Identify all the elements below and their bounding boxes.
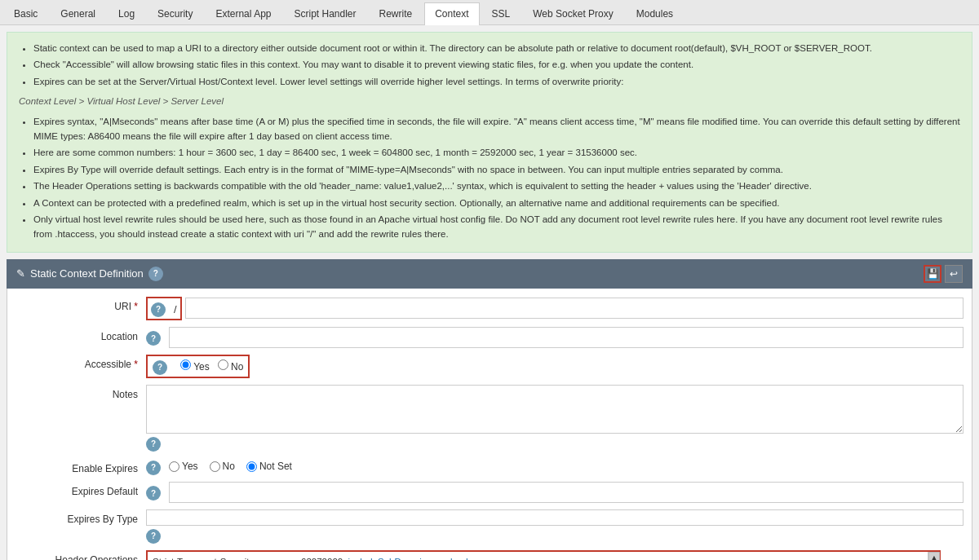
info-more-4: The Header Operations setting is backwar… [33,179,960,193]
notes-label: Notes [16,385,146,400]
notes-help-icon[interactable]: ? [146,437,161,452]
accessible-row: Accessible * ? Yes No [7,355,972,378]
notes-area: ? [146,385,963,452]
save-icon: 💾 [927,268,939,280]
uri-slash: / [174,302,177,315]
section-title: Static Context Definition [30,267,144,280]
expires-default-help-icon[interactable]: ? [146,486,161,500]
form-panel: URI * ? / Location ? Accessible * ? [7,289,972,560]
priority-line: Context Level > Virtual Host Level > Ser… [19,94,960,108]
header-ops-label: Header Operations [16,550,146,560]
expires-default-label: Expires Default [16,482,146,497]
enable-expires-row: Enable Expires ? Yes No Not Set [7,458,972,475]
section-header-actions: 💾 ↩ [924,265,963,283]
tab-websocket-proxy[interactable]: Web Socket Proxy [522,2,623,24]
expires-by-type-input[interactable] [146,509,963,526]
info-more-1: Expires syntax, "A|Mseconds" means after… [33,114,960,144]
section-header-title: ✎ Static Context Definition ? [16,267,168,281]
tab-rewrite[interactable]: Rewrite [369,2,423,24]
tabs-bar: Basic General Log Security External App … [0,0,979,25]
expires-notset-label[interactable]: Not Set [246,461,292,472]
uri-row: URI * ? / [7,297,972,320]
section-help-icon[interactable]: ? [148,267,163,281]
tab-script-handler[interactable]: Script Handler [283,2,366,24]
save-button[interactable]: 💾 [924,265,941,283]
accessible-no-radio[interactable] [218,359,228,370]
info-bullet-1: Static context can be used to map a URI … [33,41,960,55]
tab-log[interactable]: Log [108,2,145,24]
expires-yes-radio[interactable] [169,461,179,472]
uri-label: URI * [16,297,146,312]
enable-expires-options: Yes No Not Set [169,461,292,472]
accessible-yes-label[interactable]: Yes [180,359,210,373]
header-ops-line1: Strict-Transport-Security: max-age=63072… [153,555,934,560]
header-ops-row: Header Operations Strict-Transport-Secur… [7,550,972,560]
enable-expires-help-icon[interactable]: ? [146,461,161,475]
info-more-3: Expires By Type will override default se… [33,162,960,177]
location-label: Location [16,327,146,342]
info-box: Static context can be used to map a URI … [7,32,972,253]
location-help-icon[interactable]: ? [146,331,161,346]
notes-row: Notes ? [7,385,972,452]
tab-security[interactable]: Security [147,2,203,24]
back-icon: ↩ [950,268,958,280]
accessible-no-label[interactable]: No [218,359,244,373]
uri-help-icon[interactable]: ? [151,302,166,317]
tab-external-app[interactable]: External App [205,2,281,24]
info-bullet-2: Check "Accessible" will allow browsing s… [33,57,960,72]
tab-context[interactable]: Context [424,2,479,25]
location-input[interactable] [169,327,963,348]
expires-by-type-label: Expires By Type [16,509,146,525]
info-more-2: Here are some common numbers: 1 hour = 3… [33,145,960,160]
expires-default-row: Expires Default ? [7,482,972,503]
accessible-label: Accessible * [16,355,146,370]
expires-by-type-row: Expires By Type ? [7,509,972,544]
header-ops-scrollbar[interactable]: ▲ ▼ [928,552,939,560]
expires-default-input[interactable] [169,482,963,503]
accessible-help-icon[interactable]: ? [153,360,167,375]
tab-basic[interactable]: Basic [3,2,48,24]
header-ops-content: Strict-Transport-Security: max-age=63072… [148,552,939,560]
expires-notset-radio[interactable] [246,461,257,472]
info-bullet-3: Expires can be set at the Server/Virtual… [33,74,960,89]
info-more-5: A Context can be protected with a predef… [33,196,960,210]
edit-icon: ✎ [16,267,25,280]
expires-no-radio[interactable] [210,461,220,472]
accessible-yes-radio[interactable] [180,359,191,370]
info-more-6: Only virtual host level rewrite rules sh… [33,212,960,242]
back-button[interactable]: ↩ [945,265,963,283]
tab-general[interactable]: General [50,2,106,24]
scrollbar-up-btn[interactable]: ▲ [928,552,940,560]
enable-expires-label: Enable Expires [16,459,146,474]
tab-modules[interactable]: Modules [626,2,684,24]
uri-input[interactable] [185,298,963,319]
notes-textarea[interactable] [146,385,963,434]
tab-ssl[interactable]: SSL [481,2,521,24]
location-row: Location ? [7,327,972,348]
expires-by-type-help-icon[interactable]: ? [146,529,161,544]
expires-no-label[interactable]: No [210,461,235,472]
section-header: ✎ Static Context Definition ? 💾 ↩ [7,259,972,289]
expires-yes-label[interactable]: Yes [169,461,198,472]
